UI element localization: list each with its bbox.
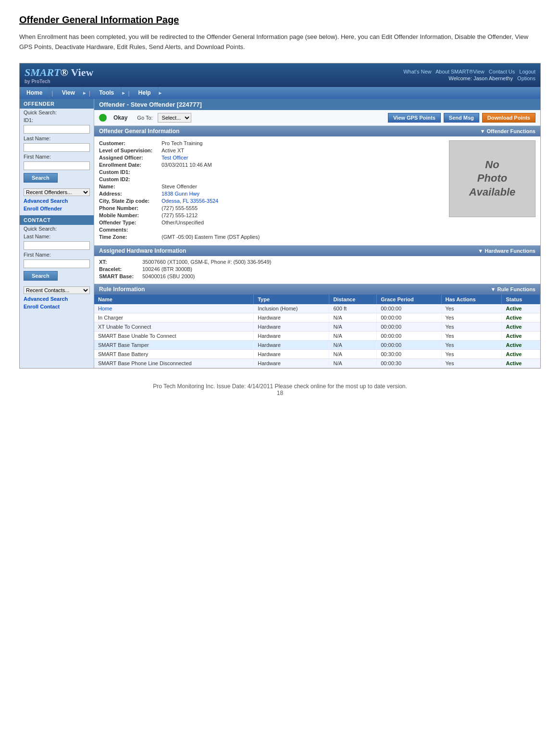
rule-cell: 00:00:30 <box>377 358 441 368</box>
info-row: City, State Zip code:Odessa, FL 33556-35… <box>99 198 444 204</box>
rule-cell: 00:00:00 <box>377 322 441 331</box>
nav-help[interactable]: Help <box>132 87 158 99</box>
rule-cell: Yes <box>441 358 502 368</box>
rule-name-cell[interactable]: SMART Base Tamper <box>94 340 254 349</box>
rule-cell: Hardware <box>254 340 329 349</box>
welcome-text: Welcome: Jason Abernethy Options <box>403 75 535 81</box>
nav-arrow-1: ► <box>82 90 87 96</box>
nav-bar: Home | View ► | Tools ► | Help ► <box>20 87 540 99</box>
logout-link[interactable]: Logout <box>519 69 535 74</box>
first-name-input[interactable] <box>24 161 90 170</box>
rule-cell: N/A <box>329 331 377 340</box>
table-row: SMART Base Phone Line DisconnectedHardwa… <box>94 358 540 368</box>
info-key: Enrollment Date: <box>99 162 162 168</box>
rule-name-cell[interactable]: XT Unable To Connect <box>94 322 254 331</box>
rule-name-link[interactable]: Home <box>98 306 112 311</box>
rule-cell: Yes <box>441 304 502 313</box>
rule-cell: Active <box>502 331 540 340</box>
hw-key: XT: <box>99 259 142 265</box>
offender-header: Offender - Steve Offender [224777] <box>94 99 540 110</box>
rule-name-cell[interactable]: SMART Base Unable To Connect <box>94 331 254 340</box>
hw-key: SMART Base: <box>99 273 142 279</box>
rules-col-header: Distance <box>329 295 377 304</box>
info-row: Assigned Officer:Test Officer <box>99 155 444 160</box>
rule-cell: Yes <box>441 349 502 358</box>
quick-search-label: Quick Search: <box>20 109 94 116</box>
rule-cell: N/A <box>329 322 377 331</box>
contact-advanced-search-link[interactable]: Advanced Search <box>20 295 94 303</box>
rule-cell: Hardware <box>254 322 329 331</box>
id1-input[interactable] <box>24 125 90 134</box>
last-name-input[interactable] <box>24 143 90 152</box>
rule-cell: Hardware <box>254 358 329 368</box>
advanced-search-link[interactable]: Advanced Search <box>20 197 94 205</box>
options-link[interactable]: Options <box>517 75 535 81</box>
hardware-functions-button[interactable]: ▼ Hardware Functions <box>478 248 535 254</box>
recent-offenders-select[interactable]: Recent Offenders... <box>24 188 90 196</box>
rule-name-cell[interactable]: In Charger <box>94 313 254 322</box>
contact-search-button[interactable]: Search <box>24 271 58 281</box>
view-gps-button[interactable]: View GPS Points <box>388 113 441 123</box>
hw-row: Bracelet:100246 (BTR 3000B) <box>99 266 535 272</box>
about-link[interactable]: About SMART®View <box>436 69 485 74</box>
recent-contacts-select[interactable]: Recent Contacts... <box>24 286 90 294</box>
info-row: Custom ID1: <box>99 169 444 175</box>
rule-cell: Yes <box>441 313 502 322</box>
info-val: (727) 555-1212 <box>162 212 198 218</box>
info-row: Enrollment Date:03/03/2011 10:46 AM <box>99 162 444 168</box>
hw-val: 50400016 (SBU 2000) <box>142 273 195 279</box>
nav-view[interactable]: View <box>55 87 82 99</box>
offender-search-button[interactable]: Search <box>24 173 58 183</box>
rule-cell: N/A <box>329 358 377 368</box>
offender-info-grid: Customer:Pro Tech TrainingLevel of Super… <box>94 136 540 246</box>
nav-tools[interactable]: Tools <box>92 87 121 99</box>
info-val-link[interactable]: Test Officer <box>162 155 188 160</box>
app-logo: SMART® View by ProTech <box>25 66 93 84</box>
info-key: Phone Number: <box>99 205 162 211</box>
rule-name-cell[interactable]: Home <box>94 304 254 313</box>
enroll-contact-link[interactable]: Enroll Contact <box>20 303 94 310</box>
rule-name-cell[interactable]: SMART Base Battery <box>94 349 254 358</box>
contact-first-name-label: First Name: <box>20 251 94 259</box>
download-points-button[interactable]: Download Points <box>482 113 535 123</box>
info-val: 03/03/2011 10:46 AM <box>162 162 212 168</box>
rule-cell: 00:00:00 <box>377 340 441 349</box>
info-val-link[interactable]: Odessa, FL 33556-3524 <box>162 198 218 204</box>
enroll-offender-link[interactable]: Enroll Offender <box>20 205 94 212</box>
rule-name-cell[interactable]: SMART Base Phone Line Disconnected <box>94 358 254 368</box>
send-msg-button[interactable]: Send Msg <box>444 113 479 123</box>
rule-cell: Hardware <box>254 331 329 340</box>
first-name-label: First Name: <box>20 153 94 160</box>
offender-functions-button[interactable]: ▼ Offender Functions <box>480 128 535 134</box>
table-row: HomeInclusion (Home)600 ft00:00:00YesAct… <box>94 304 540 313</box>
hw-val: 100246 (BTR 3000B) <box>142 266 192 272</box>
rules-col-header: Has Actions <box>441 295 502 304</box>
contact-link[interactable]: Contact Us <box>489 69 515 74</box>
rule-functions-button[interactable]: ▼ Rule Functions <box>491 286 535 292</box>
info-row: Level of Supervision:Active XT <box>99 148 444 153</box>
rule-cell: Yes <box>441 322 502 331</box>
info-key: Custom ID1: <box>99 169 162 175</box>
info-row: Offender Type:Other/Unspecified <box>99 220 444 225</box>
info-key: Customer: <box>99 140 162 146</box>
rule-cell: Active <box>502 322 540 331</box>
whats-new-link[interactable]: What's New <box>403 69 431 74</box>
table-row: SMART Base BatteryHardwareN/A00:30:00Yes… <box>94 349 540 358</box>
info-val: Steve Offender <box>162 184 197 189</box>
goto-label: Go To: <box>137 115 152 121</box>
rule-cell: N/A <box>329 349 377 358</box>
rule-cell: 600 ft <box>329 304 377 313</box>
rules-col-header: Type <box>254 295 329 304</box>
info-val: (727) 555-5555 <box>162 205 198 211</box>
rule-cell: Yes <box>441 340 502 349</box>
contact-first-name-input[interactable] <box>24 259 90 268</box>
contact-last-name-input[interactable] <box>24 241 90 250</box>
info-row: Phone Number:(727) 555-5555 <box>99 205 444 211</box>
rule-cell: Active <box>502 358 540 368</box>
page-number: 18 <box>19 390 541 396</box>
nav-home[interactable]: Home <box>20 87 50 99</box>
sidebar-contact-section: CONTACT <box>20 215 94 225</box>
info-val: Pro Tech Training <box>162 140 202 146</box>
info-val-link[interactable]: 1838 Gunn Hwy <box>162 191 199 197</box>
goto-select[interactable]: Select... <box>158 113 191 123</box>
